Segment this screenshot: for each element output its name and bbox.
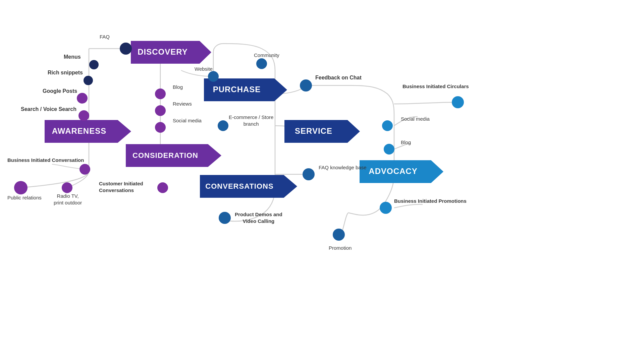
website-label: Website [195,66,213,72]
google-posts-dot [77,93,88,104]
svg-text:ADVOCACY: ADVOCACY [369,167,417,176]
google-posts-label: Google Posts [43,88,77,95]
background-lines [0,0,644,362]
faq-dot [120,43,132,55]
public-relations-label: Public relations [7,194,42,201]
faq-label: FAQ [100,34,110,40]
feedback-chat-dot [300,79,312,92]
blog2-dot [384,144,394,155]
blog2-label: Blog [401,139,411,146]
svg-text:AWARENESS: AWARENESS [52,126,106,135]
product-demos-dot [219,212,231,224]
faq-kb-dot [303,168,315,180]
radio-tv-dot [62,182,72,193]
radio-tv-label: Radio TV,print outdoor [54,193,82,206]
social-media-dot [155,122,166,133]
consideration-arrow: CONSIDERATION [126,144,221,168]
bic2-dot [452,96,464,108]
awareness-arrow: AWARENESS [45,120,131,144]
purchase-arrow: PURCHASE [204,78,287,103]
product-demos-label: Product Demos andVideo Calling [235,211,282,224]
promotion-dot [333,229,345,241]
diagram-container: DISCOVERY AWARENESS CONSIDERATION PURCHA… [0,0,644,362]
advocacy-arrow: ADVOCACY [360,160,443,184]
bip-dot [380,202,392,214]
cic-label: Customer InitiatedConversations [99,180,143,193]
bic2-label: Business Initiated Circulars [402,83,469,90]
menus-dot [89,60,99,69]
bic-dot [79,164,90,175]
discovery-arrow: DISCOVERY [131,41,211,65]
website-dot [208,71,219,82]
community-dot [256,58,267,69]
promotion-label: Promotion [329,245,352,251]
conversations-arrow: CONVERSATIONS [200,175,297,199]
voice-search-label: Search / Voice Search [21,106,76,113]
service-arrow: SERVICE [284,120,360,144]
svg-text:CONSIDERATION: CONSIDERATION [132,151,198,160]
rich-snippets-label: Rich snippets [48,69,83,76]
voice-search-dot [78,110,89,121]
public-relations-dot [14,181,28,194]
feedback-chat-label: Feedback on Chat [315,74,362,81]
faq-kb-label: FAQ knowledge base [319,164,367,171]
reviews-label: Reviews [173,101,192,107]
social-media2-dot [382,120,393,131]
svg-text:CONVERSATIONS: CONVERSATIONS [205,182,273,190]
svg-text:PURCHASE: PURCHASE [213,85,261,94]
bip-label: Business Initiated Promotions [394,198,467,204]
ecommerce-dot [218,120,228,131]
ecommerce-label: E-commerce / Storebranch [229,114,273,127]
reviews-dot [155,105,166,116]
svg-text:SERVICE: SERVICE [295,126,332,135]
community-label: Community [254,52,279,59]
rich-snippets-dot [84,76,93,85]
bic-label: Business Initiated Conversation [7,157,84,164]
cic-dot [157,182,168,193]
svg-text:DISCOVERY: DISCOVERY [138,47,187,56]
menus-label: Menus [64,54,81,61]
blog-dot [155,88,166,99]
social-media2-label: Social media [401,116,430,122]
blog-label: Blog [173,84,183,90]
social-media-label: Social media [173,117,202,124]
